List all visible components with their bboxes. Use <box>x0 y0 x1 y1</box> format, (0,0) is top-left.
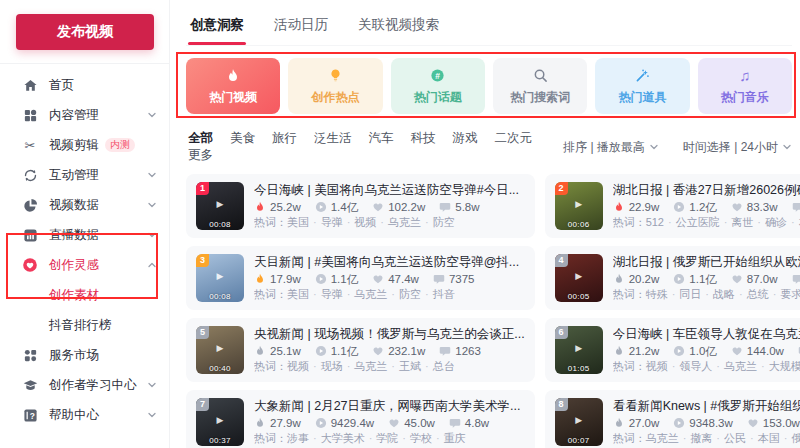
keyword-link[interactable]: 美国 <box>287 216 309 228</box>
category-label: 热门视频 <box>209 89 257 106</box>
video-card[interactable]: 3 ▶ 00:08 天目新闻 | #美国将向乌克兰运送防空导弹@抖... 17.… <box>186 246 535 310</box>
video-title[interactable]: 湖北日报 | 香港27日新增26026例确诊，本轮疫... <box>613 182 800 199</box>
keyword-link[interactable]: 大规模 <box>769 360 800 372</box>
keyword-link[interactable]: 乌克兰 <box>646 432 679 444</box>
keyword-link[interactable]: 公民 <box>724 432 746 444</box>
video-title[interactable]: 今日海峡 | 车臣领导人敦促在乌克兰展开大规模... <box>613 326 800 343</box>
category-card[interactable]: 热门搜索词 <box>493 58 587 114</box>
sidebar-item[interactable]: 直播数据 <box>0 220 169 250</box>
keyword-link[interactable]: 离世 <box>731 216 753 228</box>
keyword-link[interactable]: 导弹 <box>321 288 343 300</box>
filter-tag[interactable]: 泛生活 <box>314 131 352 145</box>
sidebar-item[interactable]: 视频数据 <box>0 190 169 220</box>
sidebar-item[interactable]: 互动管理 <box>0 160 169 190</box>
keyword-link[interactable]: 战略 <box>713 288 735 300</box>
sidebar-item[interactable]: 服务市场 <box>0 340 169 370</box>
keyword-link[interactable]: 导弹 <box>321 216 343 228</box>
video-thumbnail[interactable]: 6 ▶ 01:05 <box>555 326 603 374</box>
keyword-link[interactable]: 公立医院 <box>676 216 720 228</box>
category-card[interactable]: 热门道具 <box>595 58 689 114</box>
category-card[interactable]: #热门话题 <box>391 58 485 114</box>
filter-tag[interactable]: 旅行 <box>272 131 297 145</box>
video-title[interactable]: 天目新闻 | #美国将向乌克兰运送防空导弹@抖... <box>254 254 525 271</box>
keyword-link[interactable]: 要求 <box>780 288 800 300</box>
video-thumbnail[interactable]: 2 ▶ 00:06 <box>555 182 603 230</box>
filter-tag[interactable]: 科技 <box>411 131 436 145</box>
video-title[interactable]: 央视新闻 | 现场视频！俄罗斯与乌克兰的会谈正... <box>254 326 525 343</box>
filter-tag[interactable]: 游戏 <box>453 131 478 145</box>
video-card[interactable]: 7 ▶ 00:37 大象新闻 | 2月27日重庆，网曝西南大学美术学... 27… <box>186 390 535 448</box>
filter-tag[interactable]: 二次元 <box>495 131 533 145</box>
sort-dropdown[interactable]: 排序 | 播放最高 <box>563 139 659 156</box>
keyword-link[interactable]: 视频 <box>646 360 668 372</box>
sidebar-item[interactable]: 抖音排行榜 <box>0 310 169 340</box>
keyword-link[interactable]: 乌克兰 <box>354 360 387 372</box>
filter-tag[interactable]: 更多 <box>188 148 213 162</box>
keyword-link[interactable]: 乌克兰 <box>388 216 421 228</box>
sidebar-item[interactable]: ✂视频剪辑内测 <box>0 130 169 160</box>
keyword-link[interactable]: 防空 <box>399 288 421 300</box>
video-title[interactable]: 湖北日报 | 俄罗斯已开始组织从欧洲撤离本国公... <box>613 254 800 271</box>
keyword-link[interactable]: 撤离 <box>690 432 712 444</box>
sidebar-item[interactable]: 内容管理 <box>0 100 169 130</box>
sidebar-item[interactable]: ?帮助中心 <box>0 400 169 430</box>
video-thumbnail[interactable]: 4 ▶ 00:05 <box>555 254 603 302</box>
sidebar-item[interactable]: 创作者学习中心 <box>0 370 169 400</box>
filter-tag[interactable]: 美食 <box>230 131 255 145</box>
video-card[interactable]: 1 ▶ 00:08 今日海峡 | 美国将向乌克兰运送防空导弹#今日... 25.… <box>186 174 535 238</box>
tab[interactable]: 关联视频搜索 <box>358 16 439 36</box>
keyword-link[interactable]: 本国 <box>758 432 780 444</box>
sidebar-item[interactable]: 首页 <box>0 70 169 100</box>
keyword-link[interactable]: 重庆 <box>444 432 466 444</box>
keyword-link[interactable]: 王斌 <box>399 360 421 372</box>
keyword-link[interactable]: 涉事 <box>287 432 309 444</box>
keyword-link[interactable]: 乌克兰 <box>724 360 757 372</box>
category-card[interactable]: 热门视频 <box>186 58 280 114</box>
video-thumbnail[interactable]: 8 ▶ 00:07 <box>555 398 603 446</box>
category-card[interactable]: ♫热门音乐 <box>698 58 792 114</box>
keyword-link[interactable]: 同日 <box>679 288 701 300</box>
keyword-link[interactable]: 抖音 <box>433 288 455 300</box>
keyword-link[interactable]: 防空 <box>433 216 455 228</box>
filter-tag[interactable]: 全部 <box>188 131 213 145</box>
tab[interactable]: 活动日历 <box>274 16 328 36</box>
keyword-link[interactable]: 领导人 <box>679 360 712 372</box>
keyword-link[interactable]: 学院 <box>376 432 398 444</box>
sidebar-item[interactable]: 创作灵感 <box>0 250 169 280</box>
keyword-link[interactable]: 确诊 <box>765 216 787 228</box>
keyword-link[interactable]: 美国 <box>287 288 309 300</box>
video-title[interactable]: 今日海峡 | 美国将向乌克兰运送防空导弹#今日... <box>254 182 525 199</box>
keyword-link[interactable]: 乌克兰 <box>354 288 387 300</box>
video-card[interactable]: 8 ▶ 00:07 看看新闻Knews | #俄罗斯开始组织 从#欧洲#撤离本.… <box>545 390 800 448</box>
keyword-link[interactable]: 总台 <box>433 360 455 372</box>
keyword-link[interactable]: 512 <box>646 216 664 228</box>
filter-tag[interactable]: 汽车 <box>369 131 394 145</box>
keyword-link[interactable]: 学校 <box>410 432 432 444</box>
video-thumbnail[interactable]: 1 ▶ 00:08 <box>196 182 244 230</box>
video-title[interactable]: 大象新闻 | 2月27日重庆，网曝西南大学美术学... <box>254 398 525 415</box>
keyword-link[interactable]: 现场 <box>321 360 343 372</box>
video-card[interactable]: 2 ▶ 00:06 湖北日报 | 香港27日新增26026例确诊，本轮疫... … <box>545 174 800 238</box>
hot-count: 27.0w <box>629 417 660 429</box>
video-title[interactable]: 看看新闻Knews | #俄罗斯开始组织 从#欧洲#撤离本... <box>613 398 800 415</box>
tab[interactable]: 创意洞察 <box>190 16 244 36</box>
video-thumbnail[interactable]: 3 ▶ 00:08 <box>196 254 244 302</box>
publish-video-button[interactable]: 发布视频 <box>16 14 154 50</box>
keyword-link[interactable]: 视频 <box>354 216 376 228</box>
keyword-link[interactable]: 大学美术 <box>321 432 365 444</box>
video-thumbnail[interactable]: 7 ▶ 00:37 <box>196 398 244 446</box>
keyword-separator: · <box>683 432 687 444</box>
keyword-separator: · <box>672 360 676 372</box>
keyword-link[interactable]: 视频 <box>287 360 309 372</box>
keyword-link[interactable]: 俄罗斯 <box>791 432 800 444</box>
sidebar-item[interactable]: 创作素材 <box>0 280 169 310</box>
keyword-link[interactable]: 总统 <box>747 288 769 300</box>
keyword-link[interactable]: 特殊 <box>646 288 668 300</box>
video-thumbnail[interactable]: 5 ▶ 00:40 <box>196 326 244 374</box>
video-card[interactable]: 5 ▶ 00:40 央视新闻 | 现场视频！俄罗斯与乌克兰的会谈正... 25.… <box>186 318 535 382</box>
category-card[interactable]: 创作热点 <box>288 58 382 114</box>
play-icon: ▶ <box>217 199 224 209</box>
video-card[interactable]: 4 ▶ 00:05 湖北日报 | 俄罗斯已开始组织从欧洲撤离本国公... 20.… <box>545 246 800 310</box>
time-range-dropdown[interactable]: 时间选择 | 24小时 <box>683 139 792 156</box>
video-card[interactable]: 6 ▶ 01:05 今日海峡 | 车臣领导人敦促在乌克兰展开大规模... 21.… <box>545 318 800 382</box>
